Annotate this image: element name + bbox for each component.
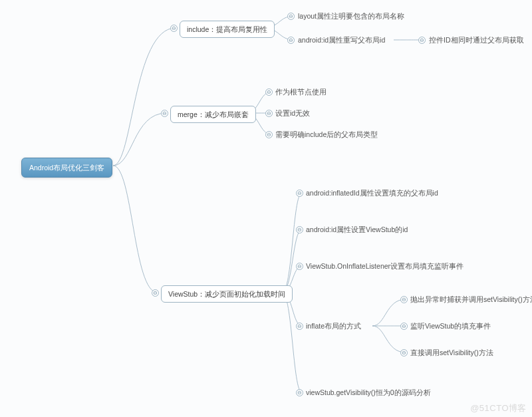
- collapse-toggle[interactable]: ⊖: [265, 88, 273, 96]
- collapse-toggle[interactable]: ⊖: [296, 389, 303, 396]
- collapse-toggle[interactable]: ⊖: [265, 131, 273, 138]
- viewstub-node[interactable]: ViewStub：减少页面初始化加载时间: [161, 285, 293, 303]
- collapse-toggle[interactable]: ⊖: [296, 263, 303, 270]
- watermark: @51CTO博客: [470, 402, 527, 414]
- include-label: include：提高布局复用性: [187, 25, 267, 33]
- collapse-toggle[interactable]: ⊖: [287, 13, 295, 20]
- collapse-toggle[interactable]: ⊖: [296, 190, 303, 197]
- inflate-child-2: 监听ViewStub的填充事件: [410, 322, 491, 331]
- inflate-child-1: 抛出异常时捕获并调用setVisibility()方法: [410, 295, 532, 304]
- collapse-toggle-viewstub[interactable]: ⊖: [152, 289, 159, 297]
- collapse-toggle[interactable]: ⊖: [400, 296, 408, 303]
- include-child-1: layout属性注明要包含的布局名称: [298, 12, 404, 21]
- collapse-toggle[interactable]: ⊖: [418, 37, 426, 44]
- include-child-2a: 控件ID相同时通过父布局获取: [429, 36, 524, 45]
- merge-child-3: 需要明确include后的父布局类型: [275, 130, 378, 139]
- include-node[interactable]: include：提高布局复用性: [180, 21, 275, 38]
- viewstub-child-4: inflate布局的方式: [306, 322, 361, 331]
- collapse-toggle-merge[interactable]: ⊖: [161, 110, 168, 117]
- collapse-toggle[interactable]: ⊖: [296, 226, 303, 233]
- merge-node[interactable]: merge：减少布局嵌套: [170, 106, 256, 123]
- collapse-toggle[interactable]: ⊖: [287, 37, 295, 44]
- merge-child-2: 设置id无效: [275, 109, 310, 118]
- merge-label: merge：减少布局嵌套: [178, 110, 249, 118]
- viewstub-child-5: viewStub.getVisibility()恒为0的源码分析: [306, 388, 431, 397]
- viewstub-child-3: ViewStub.OnInflateListener设置布局填充监听事件: [306, 262, 464, 271]
- include-child-2: android:id属性重写父布局id: [298, 36, 385, 45]
- merge-child-1: 作为根节点使用: [275, 88, 327, 96]
- viewstub-child-1: android:inflatedId属性设置填充的父布局id: [306, 189, 438, 198]
- viewstub-child-2: android:id属性设置ViewStub的id: [306, 225, 408, 234]
- root-node[interactable]: Android布局优化三剑客: [21, 158, 112, 178]
- collapse-toggle-include[interactable]: ⊖: [170, 25, 178, 32]
- collapse-toggle[interactable]: ⊖: [265, 110, 273, 117]
- root-label: Android布局优化三剑客: [29, 164, 104, 172]
- viewstub-label: ViewStub：减少页面初始化加载时间: [168, 290, 285, 298]
- collapse-toggle[interactable]: ⊖: [400, 349, 408, 356]
- inflate-child-3: 直接调用setVisibility()方法: [410, 348, 493, 357]
- collapse-toggle[interactable]: ⊖: [400, 323, 408, 330]
- collapse-toggle[interactable]: ⊖: [296, 323, 303, 330]
